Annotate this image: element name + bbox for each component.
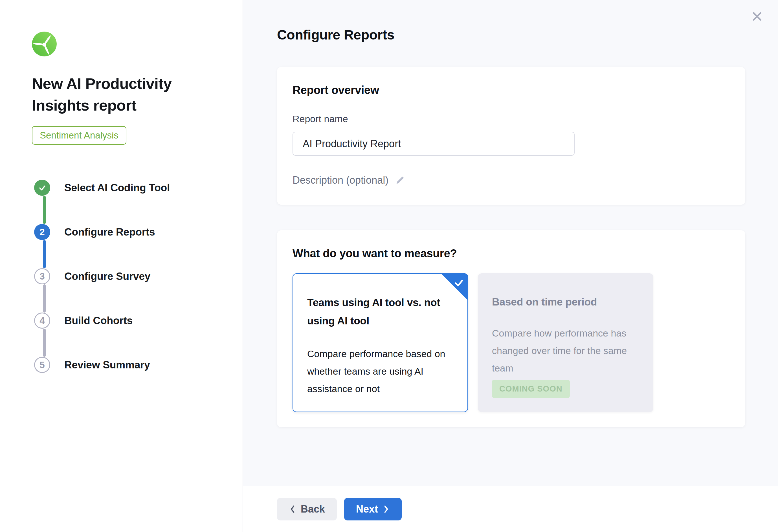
wizard-footer: Back Next — [243, 486, 778, 532]
stepper-connector — [43, 196, 46, 224]
description-label: Description (optional) — [293, 174, 388, 186]
step-current-circle: 2 — [34, 224, 50, 240]
x-icon — [751, 10, 763, 22]
check-icon — [38, 183, 47, 192]
step-todo-circle: 4 — [34, 313, 50, 329]
stepper-step-configure-reports[interactable]: 2 Configure Reports — [34, 224, 231, 240]
description-edit-row[interactable]: Description (optional) — [293, 174, 405, 186]
step-todo-circle: 3 — [34, 268, 50, 284]
option-description: Compare how performance has changed over… — [492, 324, 639, 377]
option-title: Based on time period — [492, 293, 639, 311]
main-content: Configure Reports Report overview Report… — [243, 0, 778, 427]
step-todo-circle: 5 — [34, 357, 50, 373]
chevron-right-icon — [383, 505, 390, 513]
measure-heading: What do you want to measure? — [293, 247, 730, 260]
coming-soon-badge: COMING SOON — [492, 380, 570, 398]
report-overview-card: Report overview Report name Description … — [277, 67, 745, 205]
measure-card: What do you want to measure? Teams using… — [277, 230, 745, 427]
step-label: Configure Survey — [64, 271, 150, 282]
step-label: Configure Reports — [64, 226, 155, 238]
stepper-step-review-summary[interactable]: 5 Review Summary — [34, 357, 231, 373]
option-description: Compare performance based on whether tea… — [307, 345, 453, 398]
stepper-connector — [43, 240, 46, 268]
stepper-connector — [43, 284, 46, 313]
back-button-label: Back — [301, 503, 325, 515]
wizard-stepper: Select AI Coding Tool 2 Configure Report… — [32, 180, 231, 373]
close-button[interactable] — [751, 10, 763, 22]
propeller-logo-icon — [32, 31, 57, 57]
sentiment-analysis-badge: Sentiment Analysis — [32, 126, 127, 145]
step-complete-circle — [34, 180, 50, 196]
page-title: Configure Reports — [277, 27, 747, 43]
check-icon — [453, 277, 465, 289]
step-label: Select AI Coding Tool — [64, 182, 170, 194]
next-button-label: Next — [356, 503, 378, 515]
main-panel: Configure Reports Report overview Report… — [243, 0, 778, 532]
report-name-input[interactable] — [293, 132, 574, 156]
option-based-on-time-period[interactable]: Based on time period Compare how perform… — [478, 273, 653, 412]
report-name-label: Report name — [293, 113, 728, 125]
step-label: Build Cohorts — [64, 315, 133, 327]
stepper-step-build-cohorts[interactable]: 4 Build Cohorts — [34, 313, 231, 329]
stepper-step-select-ai-coding-tool[interactable]: Select AI Coding Tool — [34, 180, 231, 196]
new-report-wizard: New AI Productivity Insights report Sent… — [0, 0, 778, 532]
next-button[interactable]: Next — [344, 498, 402, 520]
step-label: Review Summary — [64, 359, 150, 371]
wizard-title: New AI Productivity Insights report — [32, 73, 207, 116]
report-overview-heading: Report overview — [293, 84, 728, 96]
sidebar: New AI Productivity Insights report Sent… — [0, 0, 243, 532]
chevron-left-icon — [289, 505, 296, 513]
stepper-connector — [43, 329, 46, 357]
pencil-icon — [395, 175, 405, 185]
back-button[interactable]: Back — [277, 498, 337, 520]
option-teams-using-ai-vs-not[interactable]: Teams using AI tool vs. not using AI too… — [293, 273, 468, 412]
measure-options: Teams using AI tool vs. not using AI too… — [293, 273, 730, 412]
option-title: Teams using AI tool vs. not using AI too… — [307, 294, 453, 330]
stepper-step-configure-survey[interactable]: 3 Configure Survey — [34, 268, 231, 284]
